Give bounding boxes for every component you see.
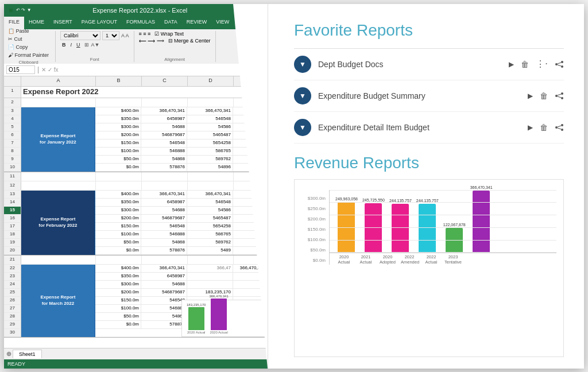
row-1: 1 Expense Report 2022 — [4, 87, 268, 98]
svg-point-2 — [561, 65, 563, 68]
report-name-1: Expenditure Budget Summary — [318, 91, 521, 100]
y-label-250: $250.0m — [301, 206, 326, 211]
report-icon-1: ▼ — [294, 87, 311, 104]
report-icon-0: ▼ — [294, 56, 311, 73]
svg-point-5 — [561, 92, 563, 95]
svg-line-9 — [558, 96, 561, 98]
tab-data[interactable]: DATA — [160, 17, 182, 29]
row-11: 11 — [4, 172, 268, 181]
january-data: $400.0m366,470,341366,470,341366,470,3 $… — [95, 107, 268, 172]
row-12: 12 — [4, 181, 268, 191]
copy-button[interactable]: 📄 Copy — [6, 44, 51, 51]
report-actions-2: ▶ 🗑 — [528, 123, 564, 132]
play-button-1[interactable]: ▶ — [528, 92, 533, 100]
svg-point-6 — [555, 95, 558, 97]
sheet1-tab[interactable]: Sheet1 — [13, 350, 42, 358]
excel-titlebar: ■ ↶ ↷ ▼ Expense Report 2022.xlsx - Excel… — [4, 4, 268, 17]
add-sheet-button[interactable]: ⊕ — [6, 350, 11, 358]
bar-4 — [446, 228, 463, 253]
y-label-100: $100.0m — [301, 237, 326, 242]
share-button-0[interactable]: ⋮⋅ — [536, 59, 548, 69]
x-label-2: 2020 Adopted — [379, 254, 396, 265]
formula-input[interactable] — [60, 67, 265, 73]
italic-button[interactable]: I — [69, 41, 74, 48]
cell-reference-input[interactable] — [6, 65, 35, 74]
svg-point-11 — [555, 126, 558, 129]
y-axis-labels: $300.0m $250.0m $200.0m $150.0m $100.0m … — [301, 196, 326, 265]
alignment-label: Alignment — [139, 57, 211, 62]
tab-review[interactable]: REVIEW — [182, 17, 212, 29]
font-size-select[interactable]: 11 — [102, 31, 119, 40]
january-label: Expense Reportfor January 2022 — [21, 107, 95, 172]
col-header-a: A — [21, 76, 96, 86]
report-item-2: ▼ Expenditure Detail Item Budget ▶ 🗑 — [294, 112, 564, 144]
svg-line-14 — [558, 128, 561, 129]
svg-point-1 — [555, 63, 558, 65]
svg-point-0 — [561, 61, 563, 63]
y-label-0: $0.0m — [301, 258, 326, 263]
report-item-1: ▼ Expenditure Budget Summary ▶ 🗑 — [294, 80, 564, 112]
bar-group-3: 244,135,757 — [416, 199, 439, 253]
share-icon-1[interactable] — [555, 91, 564, 100]
svg-point-10 — [561, 124, 563, 126]
right-panel: Favorite Reports ▼ Dept Budget Docs ▶ 🗑 … — [268, 4, 584, 369]
svg-line-8 — [558, 94, 561, 95]
tab-view[interactable]: VIEW — [211, 17, 234, 29]
font-select[interactable]: Calibri — [60, 31, 100, 40]
revenue-chart: $300.0m $250.0m $200.0m $150.0m $100.0m … — [294, 179, 564, 357]
column-headers: A B C D E — [4, 76, 268, 87]
col-header-b: B — [96, 76, 142, 86]
ribbon-content: 📋 Paste ✂ Cut 📄 Copy 🖌 Format Painter Cl… — [4, 29, 268, 64]
x-label-1: 2021 Actual — [357, 254, 374, 265]
spreadsheet-title: Expense Report 2022 — [21, 87, 268, 98]
bar-group-0: 249,963,058 — [335, 197, 358, 253]
february-data: $400.0m366,470,341366,470,341 $350.0m645… — [95, 191, 268, 255]
bar-group-5: 366,470,341 — [470, 185, 493, 253]
bar-groups: 249,963,058 245,725,550 244,135,757 — [330, 190, 556, 253]
svg-line-4 — [558, 65, 561, 66]
col-header-c: C — [142, 76, 188, 86]
bars-area: 249,963,058 245,725,550 244,135,757 — [329, 190, 556, 265]
delete-button-1[interactable]: 🗑 — [540, 91, 548, 100]
delete-button-2[interactable]: 🗑 — [540, 123, 548, 132]
play-button-0[interactable]: ▶ — [509, 60, 514, 68]
report-actions-1: ▶ 🗑 — [528, 91, 564, 100]
font-group: Calibri 11 A A B I U ⊞ A▼ Font — [60, 31, 134, 62]
favorite-reports-title: Favorite Reports — [294, 21, 564, 40]
col-header-d: D — [188, 76, 234, 86]
cut-button[interactable]: ✂ Cut — [6, 36, 51, 42]
paste-button[interactable]: 📋 Paste — [6, 28, 51, 34]
share-icon-2[interactable] — [555, 123, 564, 132]
fx-label: ✕ ✓ fx — [41, 67, 58, 73]
underline-button[interactable]: U — [75, 41, 82, 48]
bold-button[interactable]: B — [60, 41, 68, 48]
x-label-0: 2020 Actual — [335, 254, 353, 265]
report-item-0: ▼ Dept Budget Docs ▶ 🗑 ⋮⋅ — [294, 49, 564, 80]
report-name-0: Dept Budget Docs — [318, 60, 502, 69]
svg-point-7 — [561, 97, 563, 99]
tab-insert[interactable]: INSERT — [49, 17, 77, 29]
status-bar: READY — [4, 359, 268, 369]
format-painter-button[interactable]: 🖌 Format Painter — [6, 52, 51, 59]
march-label: Expense Reportfor March 2022 — [21, 265, 95, 337]
svg-line-3 — [558, 63, 561, 64]
march-data: $400.0m366,470,341366,47366,470,341 $350… — [95, 265, 268, 337]
share-icon-0[interactable] — [555, 60, 564, 69]
tab-pagelayout[interactable]: PAGE LAYOUT — [77, 17, 122, 29]
svg-line-13 — [558, 126, 561, 127]
tab-formulas[interactable]: FORMULAS — [122, 17, 160, 29]
x-label-3: 2022 Amended — [401, 254, 418, 265]
col-header-rownum — [4, 76, 21, 86]
bar-group-2: 244,135,757 — [389, 199, 412, 253]
play-button-2[interactable]: ▶ — [528, 123, 533, 131]
formula-bar: | ✕ ✓ fx — [4, 64, 268, 76]
clipboard-group: 📋 Paste ✂ Cut 📄 Copy 🖌 Format Painter Cl… — [6, 31, 56, 62]
bar-group-4: 122,067,878 — [443, 223, 466, 253]
x-axis-labels: 2020 Actual 2021 Actual 2020 Adopted 202… — [330, 253, 556, 266]
svg-point-12 — [561, 129, 563, 131]
sheet-tabs: ⊕ Sheet1 — [4, 348, 268, 359]
delete-button-0[interactable]: 🗑 — [521, 60, 529, 69]
y-label-150: $150.0m — [301, 227, 326, 232]
report-actions-0: ▶ 🗑 ⋮⋅ — [509, 59, 564, 69]
bar-3 — [419, 204, 436, 253]
